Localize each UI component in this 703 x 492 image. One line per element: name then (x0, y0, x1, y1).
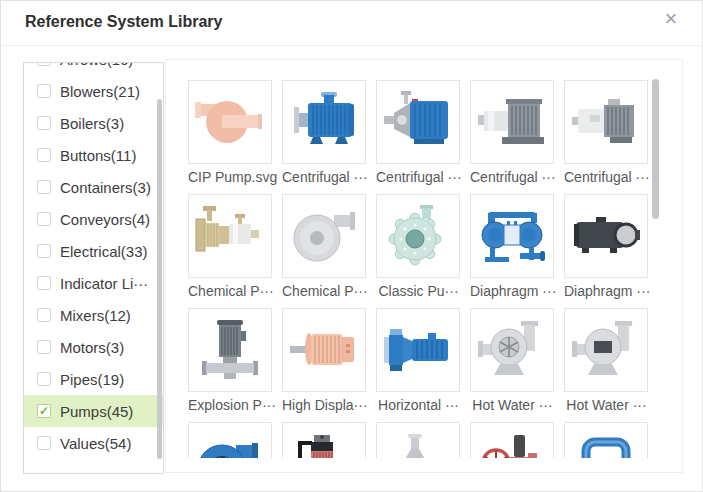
checkbox-icon[interactable] (37, 148, 51, 162)
category-label: Boilers(3) (60, 115, 124, 132)
symbol-label: CIP Pump.svg (188, 169, 273, 187)
category-label: Pipes(19) (60, 371, 124, 388)
hot-water-pump-plate-icon (564, 308, 648, 392)
symbol-label: High Displa··· (282, 397, 367, 415)
blower-pump-blue-icon (188, 422, 272, 458)
category-row-conveyors[interactable]: Conveyors(4) (24, 203, 163, 235)
diaphragm-pump-blue-icon (470, 194, 554, 278)
symbol-label: Explosion P··· (188, 397, 273, 415)
category-label: Motors(3) (60, 339, 124, 356)
symbol-grid-viewport: CIP Pump.svg Centrifugal ··· (166, 60, 682, 458)
symbol-label: Chemical P··· (188, 283, 273, 301)
category-row-boilers[interactable]: Boilers(3) (24, 107, 163, 139)
category-label: Arrows(16) (60, 62, 133, 68)
checkbox-icon[interactable] (37, 436, 51, 450)
checkbox-icon[interactable] (37, 116, 51, 130)
symbol-label: Centrifugal ··· (564, 169, 649, 187)
symbol-tile[interactable]: Centrifugal ··· (376, 80, 461, 187)
category-row-containers[interactable]: Containers(3) (24, 171, 163, 203)
symbol-tile[interactable] (376, 422, 461, 458)
symbol-label: Hot Water ··· (564, 397, 649, 415)
symbol-grid-panel: CIP Pump.svg Centrifugal ··· (165, 59, 683, 473)
symbol-tile[interactable] (470, 422, 555, 458)
horizontal-pump-blue-icon (376, 308, 460, 392)
category-label: Pumps(45) (60, 403, 133, 420)
category-row-indicator-lights[interactable]: Indicator Li··· (24, 267, 163, 299)
centrifugal-pump-blue-cone-icon (376, 80, 460, 164)
checkbox-icon[interactable] (37, 276, 51, 290)
symbol-label: Classic Pu··· (376, 283, 461, 301)
symbol-label: Centrifugal ··· (376, 169, 461, 187)
symbol-grid: CIP Pump.svg Centrifugal ··· (166, 60, 668, 458)
dialog-header: Reference System Library × (1, 1, 702, 46)
category-row-mixers[interactable]: Mixers(12) (24, 299, 163, 331)
symbol-tile[interactable]: CIP Pump.svg (188, 80, 273, 187)
category-row-pumps[interactable]: ✓ Pumps(45) (24, 395, 163, 427)
category-label: Conveyors(4) (60, 211, 150, 228)
symbol-tile[interactable]: Centrifugal ··· (564, 80, 649, 187)
cip-pump-icon (188, 80, 272, 164)
flask-pump-silver-icon (376, 422, 460, 458)
category-row-electrical[interactable]: Electrical(33) (24, 235, 163, 267)
checkbox-icon[interactable] (37, 180, 51, 194)
symbol-tile[interactable]: Diaphragm ··· (470, 194, 555, 301)
symbol-tile[interactable]: Horizontal ··· (376, 308, 461, 415)
category-label: Values(54) (60, 435, 131, 452)
checkbox-icon[interactable] (37, 372, 51, 386)
checkbox-icon[interactable] (37, 340, 51, 354)
hot-water-pump-impeller-icon (470, 308, 554, 392)
symbol-label: Diaphragm ··· (470, 283, 555, 301)
checkbox-icon[interactable] (37, 308, 51, 322)
symbol-tile[interactable]: Explosion P··· (188, 308, 273, 415)
high-displacement-pump-icon (282, 308, 366, 392)
valve-pump-red-icon (470, 422, 554, 458)
symbol-tile[interactable]: Diaphragm ··· (564, 194, 649, 301)
category-row-pipes[interactable]: Pipes(19) (24, 363, 163, 395)
category-row-values[interactable]: Values(54) (24, 427, 163, 459)
category-row-motors[interactable]: Motors(3) (24, 331, 163, 363)
symbol-label: Hot Water ··· (470, 397, 555, 415)
reference-system-library-dialog: Reference System Library × Arrows(16) Bl… (0, 0, 703, 492)
category-label: Electrical(33) (60, 243, 148, 260)
symbol-label: Centrifugal ··· (282, 169, 367, 187)
centrifugal-pump-blue-icon (282, 80, 366, 164)
category-row-blowers[interactable]: Blowers(21) (24, 75, 163, 107)
symbol-tile[interactable]: Chemical P··· (282, 194, 367, 301)
symbol-label: Centrifugal ··· (470, 169, 555, 187)
symbol-label: Horizontal ··· (376, 397, 461, 415)
chemical-pump-brass-icon (188, 194, 272, 278)
checkbox-icon[interactable] (37, 212, 51, 226)
symbol-tile[interactable]: Hot Water ··· (564, 308, 649, 415)
dialog-title: Reference System Library (25, 13, 222, 31)
close-icon[interactable]: × (658, 6, 684, 32)
diaphragm-pump-dark-icon (564, 194, 648, 278)
symbol-tile[interactable]: Centrifugal ··· (282, 80, 367, 187)
symbol-tile[interactable] (282, 422, 367, 458)
grid-scrollbar[interactable] (652, 79, 659, 219)
centrifugal-pump-silver-icon (564, 80, 648, 164)
category-label: Blowers(21) (60, 83, 140, 100)
explosion-proof-pump-icon (188, 308, 272, 392)
symbol-tile[interactable]: Classic Pu··· (376, 194, 461, 301)
grease-pump-red-icon (282, 422, 366, 458)
symbol-label: Diaphragm ··· (564, 283, 649, 301)
sidebar-scrollbar[interactable] (157, 99, 162, 459)
centrifugal-pump-gray-icon (470, 80, 554, 164)
category-list: Arrows(16) Blowers(21) Boilers(3) Button… (24, 62, 163, 459)
symbol-tile[interactable]: Hot Water ··· (470, 308, 555, 415)
checkbox-icon[interactable] (37, 244, 51, 258)
chemical-pump-round-icon (282, 194, 366, 278)
checkbox-icon[interactable] (37, 62, 51, 66)
category-row-arrows[interactable]: Arrows(16) (24, 62, 163, 75)
category-label: Buttons(11) (60, 147, 136, 164)
checkbox-icon[interactable] (37, 84, 51, 98)
symbol-tile[interactable]: Centrifugal ··· (470, 80, 555, 187)
category-row-buttons[interactable]: Buttons(11) (24, 139, 163, 171)
symbol-tile[interactable]: High Displa··· (282, 308, 367, 415)
category-label: Mixers(12) (60, 307, 131, 324)
category-label: Containers(3) (60, 179, 151, 196)
symbol-tile[interactable] (188, 422, 273, 458)
symbol-tile[interactable]: Chemical P··· (188, 194, 273, 301)
symbol-tile[interactable] (564, 422, 649, 458)
checkbox-checked-icon[interactable]: ✓ (37, 404, 51, 418)
